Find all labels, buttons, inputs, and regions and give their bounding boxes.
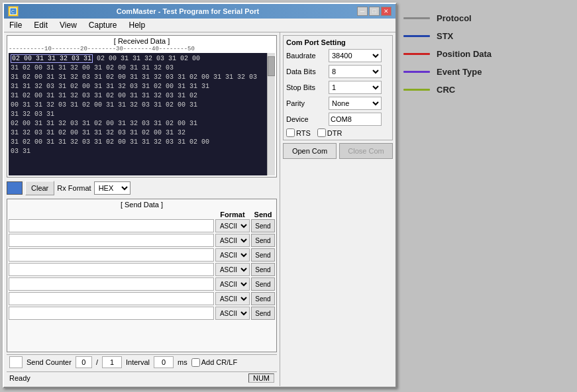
send-input-2[interactable] (9, 234, 214, 247)
rx-format-label: Rx Format (57, 184, 91, 192)
legend-event-label: Event Type (437, 67, 482, 77)
send-counter-max[interactable] (102, 356, 122, 368)
com-port-title: Com Port Setting (286, 38, 390, 46)
add-crlf-label: Add CR/LF (201, 358, 237, 366)
format-select-4[interactable]: ASCII (215, 263, 250, 276)
dtr-container: DTR (317, 128, 342, 137)
parity-select[interactable]: None Even Odd Mark Space (329, 97, 382, 110)
legend-position-data: Position Data (403, 49, 523, 59)
protocol-color-line (403, 17, 430, 19)
send-rows: ASCII Send ASCII Send ASCII Send (9, 219, 275, 320)
data-line: 31 02 00 31 31 32 00 31 02 00 31 31 32 0… (11, 64, 265, 73)
open-close-row: Open Com Close Com (283, 143, 393, 159)
format-select-6[interactable]: ASCII (215, 292, 250, 305)
format-select-5[interactable]: ASCII (215, 277, 250, 291)
legend-position-label: Position Data (437, 49, 492, 59)
send-row: ASCII Send (9, 219, 275, 232)
status-bar: Ready NUM (7, 371, 277, 383)
minimize-button[interactable]: ─ (357, 7, 368, 16)
close-button[interactable]: ✕ (381, 7, 392, 16)
send-row: ASCII Send (9, 277, 275, 291)
title-bar: C ComMaster - Test Program for Serial Po… (4, 4, 395, 19)
parity-label: Parity (286, 99, 326, 107)
stop-bits-select[interactable]: 1 1.5 2 (329, 81, 382, 94)
interval-value[interactable] (154, 356, 174, 368)
parity-row: Parity None Even Odd Mark Space (286, 97, 390, 110)
data-bits-label: Data Bits (286, 68, 326, 75)
stop-bits-label: Stop Bits (286, 83, 326, 91)
received-section: [ Received Data ] ----------10--------20… (7, 35, 277, 177)
add-crlf-checkbox[interactable] (191, 358, 200, 367)
send-button-1[interactable]: Send (251, 219, 275, 232)
app-icon: C (8, 6, 19, 17)
com-port-section: Com Port Setting Baudrate 38400 9600 192… (283, 35, 393, 140)
send-button-4[interactable]: Send (251, 263, 275, 276)
rts-container: RTS (286, 128, 311, 137)
dtr-label: DTR (327, 129, 342, 137)
data-line: 02 00 31 31 32 03 31 02 00 31 32 03 31 0… (11, 119, 265, 128)
baudrate-select[interactable]: 38400 9600 19200 57600 115200 (329, 49, 382, 62)
send-row: ASCII Send (9, 307, 275, 320)
menu-edit[interactable]: Edit (31, 20, 50, 30)
format-select-1[interactable]: ASCII (215, 219, 250, 232)
highlighted-data: 02 00 31 31 32 03 31 (11, 54, 93, 63)
legend-protocol: Protocol (403, 13, 523, 23)
add-crlf-checkbox-container: Add CR/LF (191, 358, 237, 367)
rx-format-select[interactable]: HEX ASCII DEC (94, 181, 131, 195)
send-counter-value[interactable] (76, 356, 92, 368)
send-input-5[interactable] (9, 277, 214, 291)
data-bits-select[interactable]: 8 5 6 7 (329, 65, 382, 78)
ruler: ----------10--------20--------30--------… (9, 46, 275, 52)
send-input-3[interactable] (9, 248, 214, 262)
send-row: ASCII Send (9, 263, 275, 276)
right-panel: Com Port Setting Baudrate 38400 9600 192… (280, 32, 395, 386)
send-counter-label: Send Counter (26, 358, 72, 366)
rts-checkbox[interactable] (286, 128, 295, 137)
menu-file[interactable]: File (7, 20, 25, 30)
scrollbar-received[interactable] (267, 53, 275, 175)
interval-label: Interval (126, 358, 150, 366)
send-button-3[interactable]: Send (251, 248, 275, 262)
main-content: [ Received Data ] ----------10--------20… (4, 32, 395, 386)
color-indicator (7, 181, 23, 195)
dtr-checkbox[interactable] (317, 128, 326, 137)
clear-button[interactable]: Clear (25, 181, 54, 195)
menu-capture[interactable]: Capture (86, 20, 120, 30)
data-bits-row: Data Bits 8 5 6 7 (286, 65, 390, 78)
data-line: 31 32 03 31 (11, 110, 265, 119)
format-select-2[interactable]: ASCII (215, 234, 250, 247)
device-input[interactable] (329, 113, 382, 126)
window-title: ComMaster - Test Program for Serial Port (19, 7, 357, 15)
baudrate-row: Baudrate 38400 9600 19200 57600 115200 (286, 49, 390, 62)
device-label: Device (286, 115, 326, 123)
svg-text:C: C (11, 9, 15, 14)
menu-help[interactable]: Help (127, 20, 148, 30)
data-line-highlight: 02 00 31 31 32 03 31 02 00 31 31 32 03 3… (11, 54, 265, 64)
format-select-7[interactable]: ASCII (215, 307, 250, 320)
toolbar-row: Clear Rx Format HEX ASCII DEC (7, 179, 277, 197)
legend-protocol-label: Protocol (437, 13, 472, 23)
send-button-7[interactable]: Send (251, 307, 275, 320)
maximize-button[interactable]: □ (369, 7, 380, 16)
send-input-7[interactable] (9, 307, 214, 320)
data-line: 31 32 03 31 02 00 31 31 32 03 31 02 00 3… (11, 128, 265, 138)
scrollbar-thumb[interactable] (268, 56, 275, 76)
send-header-format: Format (215, 211, 250, 219)
format-select-3[interactable]: ASCII (215, 248, 250, 262)
send-input-4[interactable] (9, 263, 214, 276)
close-com-button: Close Com (339, 143, 393, 159)
data-line: 31 02 00 31 31 32 03 31 02 00 31 31 32 0… (11, 91, 265, 101)
open-com-button[interactable]: Open Com (283, 143, 337, 159)
menu-view[interactable]: View (57, 20, 79, 30)
stx-color-line (403, 35, 430, 37)
send-input-6[interactable] (9, 292, 214, 305)
send-button-6[interactable]: Send (251, 292, 275, 305)
send-input-1[interactable] (9, 219, 214, 232)
status-text: Ready (9, 374, 30, 382)
send-button-5[interactable]: Send (251, 277, 275, 291)
send-row: ASCII Send (9, 248, 275, 262)
data-line: 00 31 31 32 03 31 02 00 31 31 32 03 31 0… (11, 101, 265, 110)
send-row: ASCII Send (9, 234, 275, 247)
legend-panel: Protocol STX Position Data Event Type CR… (397, 0, 529, 392)
send-button-2[interactable]: Send (251, 234, 275, 247)
